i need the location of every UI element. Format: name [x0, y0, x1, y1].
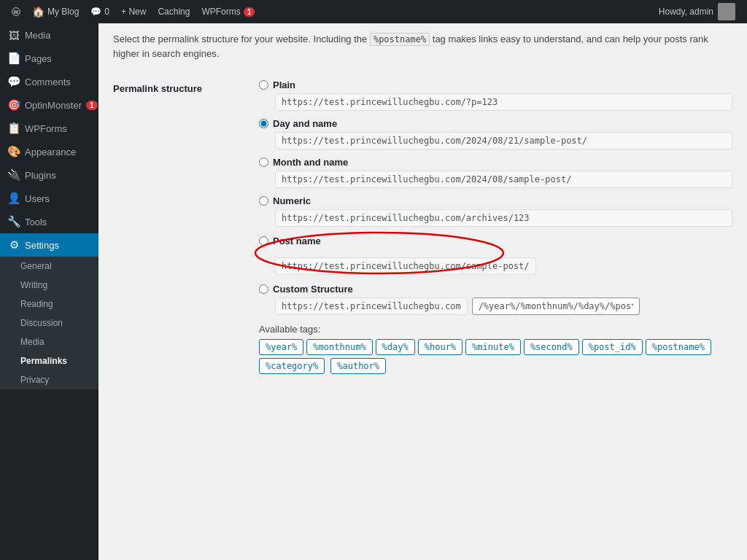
submenu-media[interactable]: Media — [0, 332, 98, 351]
tag-year[interactable]: %year% — [259, 339, 303, 355]
radio-custom[interactable] — [259, 284, 268, 294]
option-day-name-label[interactable]: Day and name — [259, 118, 732, 129]
option-day-name: Day and name https://test.princewilluche… — [259, 118, 732, 149]
radio-post-name[interactable] — [259, 236, 268, 246]
new-content[interactable]: + New — [115, 0, 152, 23]
radio-month-name[interactable] — [259, 158, 268, 167]
site-name[interactable]: 🏠 My Blog — [26, 0, 85, 23]
settings-submenu: General Writing Reading Discussion Media… — [0, 257, 98, 389]
submenu-writing[interactable]: Writing — [0, 276, 98, 295]
radio-day-name[interactable] — [259, 119, 268, 128]
custom-url-prefix: https://test.princewilluchegbu.com — [275, 298, 468, 315]
admin-bar: W 🏠 My Blog 💬 0 + New Caching WPForms 1 … — [0, 0, 747, 23]
pages-icon: 📄 — [7, 52, 20, 65]
submenu-general[interactable]: General — [0, 257, 98, 276]
sidebar-item-comments[interactable]: 💬 Comments — [0, 70, 98, 93]
tag-hour[interactable]: %hour% — [418, 339, 462, 355]
comments-link[interactable]: 💬 0 — [85, 0, 115, 23]
svg-text:W: W — [14, 9, 19, 15]
option-post-name: Post name https://test.princewilluchegbu… — [259, 234, 732, 276]
sidebar-item-media[interactable]: 🖼 Media — [0, 23, 98, 47]
tag-category[interactable]: %category% — [259, 358, 325, 374]
tag-minute[interactable]: %minute% — [465, 339, 521, 355]
tools-icon: 🔧 — [7, 215, 20, 228]
option-plain-label[interactable]: Plain — [259, 79, 732, 90]
comments-icon: 💬 — [7, 75, 20, 88]
wpforms-menu[interactable]: WPForms 1 — [196, 0, 260, 23]
sidebar-item-optinmonster[interactable]: 🎯 OptinMonster 1 — [0, 93, 98, 117]
sidebar-item-plugins[interactable]: 🔌 Plugins — [0, 163, 98, 187]
tag-post-id[interactable]: %post_id% — [582, 339, 643, 355]
tag-day[interactable]: %day% — [376, 339, 415, 355]
url-post-name: https://test.princewilluchegbu.com/sampl… — [275, 257, 536, 275]
user-menu[interactable]: Howdy, admin — [659, 3, 741, 20]
main-content: Select the permalink structure for your … — [98, 23, 747, 560]
submenu-reading[interactable]: Reading — [0, 295, 98, 314]
admin-sidebar: 🖼 Media 📄 Pages 💬 Comments 🎯 OptinMonste… — [0, 23, 98, 560]
sidebar-item-appearance[interactable]: 🎨 Appearance — [0, 140, 98, 163]
option-numeric-label[interactable]: Numeric — [259, 195, 732, 206]
settings-icon: ⚙ — [7, 238, 20, 252]
caching-menu[interactable]: Caching — [152, 0, 196, 23]
submenu-discussion[interactable]: Discussion — [0, 314, 98, 332]
appearance-icon: 🎨 — [7, 145, 20, 158]
option-plain: Plain https://test.princewilluchegbu.com… — [259, 79, 732, 111]
custom-structure-input[interactable] — [472, 298, 640, 315]
settings-table: Permalink structure Plain https://test.p… — [113, 72, 732, 381]
option-custom-label[interactable]: Custom Structure — [259, 284, 732, 295]
url-numeric: https://test.princewilluchegbu.com/archi… — [275, 209, 732, 227]
option-post-name-label[interactable]: Post name — [259, 236, 536, 246]
option-numeric: Numeric https://test.princewilluchegbu.c… — [259, 195, 732, 227]
sidebar-item-wpforms[interactable]: 📋 WPForms — [0, 117, 98, 140]
sidebar-item-users[interactable]: 👤 Users — [0, 187, 98, 210]
tag-second[interactable]: %second% — [524, 339, 579, 355]
custom-inputs: https://test.princewilluchegbu.com — [275, 298, 732, 315]
available-tags-section: Available tags: %year% %monthnum% %day% … — [259, 324, 732, 374]
wp-logo[interactable]: W — [6, 0, 26, 23]
permalink-structure-label: Permalink structure — [113, 72, 259, 381]
option-month-name: Month and name https://test.princewilluc… — [259, 157, 732, 188]
option-custom: Custom Structure https://test.princewill… — [259, 284, 732, 315]
postname-tag: %postname% — [370, 33, 430, 46]
tag-author[interactable]: %author% — [330, 358, 386, 374]
notice-text: Select the permalink structure for your … — [113, 32, 732, 61]
optinmonster-icon: 🎯 — [7, 98, 20, 112]
sidebar-item-settings[interactable]: ⚙ Settings — [0, 233, 98, 257]
sidebar-item-tools[interactable]: 🔧 Tools — [0, 210, 98, 233]
radio-plain[interactable] — [259, 80, 268, 90]
plugins-icon: 🔌 — [7, 168, 20, 182]
url-plain: https://test.princewilluchegbu.com/?p=12… — [275, 93, 732, 111]
users-icon: 👤 — [7, 192, 20, 205]
avatar — [718, 3, 735, 20]
permalink-options: Plain https://test.princewilluchegbu.com… — [259, 79, 732, 315]
url-day-name: https://test.princewilluchegbu.com/2024/… — [275, 132, 732, 149]
option-month-name-label[interactable]: Month and name — [259, 157, 732, 168]
submenu-privacy[interactable]: Privacy — [0, 370, 98, 389]
tags-grid: %year% %monthnum% %day% %hour% %minute% … — [259, 339, 732, 374]
radio-numeric[interactable] — [259, 196, 268, 206]
sidebar-item-pages[interactable]: 📄 Pages — [0, 47, 98, 70]
tag-postname[interactable]: %postname% — [646, 339, 711, 355]
available-tags-label: Available tags: — [259, 324, 732, 335]
url-month-name: https://test.princewilluchegbu.com/2024/… — [275, 171, 732, 188]
media-icon: 🖼 — [7, 28, 20, 42]
wpforms-icon: 📋 — [7, 122, 20, 135]
tag-monthnum[interactable]: %monthnum% — [306, 339, 372, 355]
submenu-permalinks[interactable]: Permalinks — [0, 351, 98, 370]
